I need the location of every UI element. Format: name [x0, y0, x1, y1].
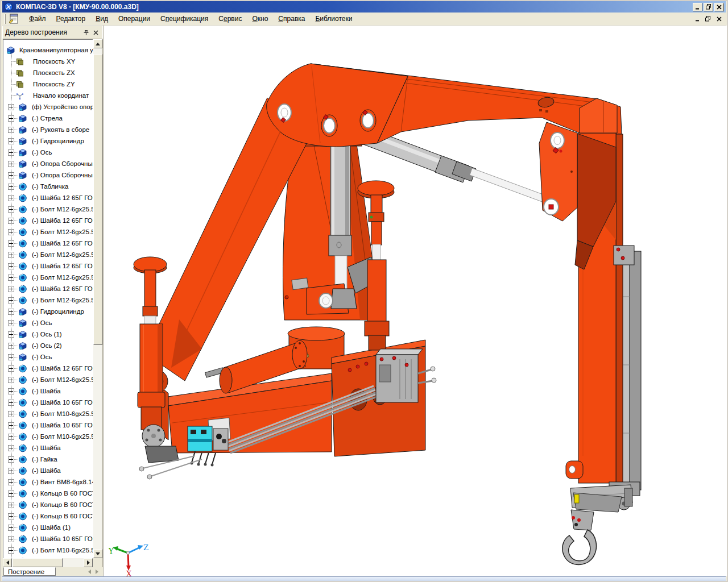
mdi-restore-button[interactable]: [704, 15, 713, 23]
mdi-minimize-button[interactable]: [693, 15, 702, 23]
expand-plus-icon[interactable]: [8, 490, 14, 497]
3d-viewport[interactable]: Y Z X: [103, 26, 728, 576]
tree-item[interactable]: (-) Гайка: [3, 454, 93, 465]
tree-item[interactable]: Плоскость ZX: [3, 67, 93, 78]
tree-item[interactable]: (-) Опора Сборочный: [3, 169, 93, 181]
expand-plus-icon[interactable]: [8, 172, 14, 178]
tree-item[interactable]: (-) Ось (2): [3, 340, 93, 351]
expand-plus-icon[interactable]: [8, 161, 14, 167]
menu-item-2[interactable]: Вид: [90, 13, 113, 24]
tab-prev-icon[interactable]: [88, 569, 91, 574]
tree-item[interactable]: (-) Болт М12-6gx25.5: [3, 374, 93, 385]
scroll-up-icon[interactable]: [93, 39, 102, 48]
tree-item[interactable]: (-) Шайба (1): [3, 522, 93, 533]
expand-plus-icon[interactable]: [8, 218, 14, 224]
expand-plus-icon[interactable]: [8, 149, 14, 156]
menu-item-1[interactable]: Редактор: [51, 13, 91, 24]
tree-item[interactable]: (-) Шайба: [3, 465, 93, 476]
expand-plus-icon[interactable]: [8, 445, 14, 451]
tree-item[interactable]: (-) Ось (1): [3, 329, 93, 340]
tree-item[interactable]: (-) Винт ВМ8-6gx8.14: [3, 476, 93, 488]
tree-item[interactable]: (-) Опора Сборочный: [3, 158, 93, 169]
tab-construction[interactable]: Построение: [3, 567, 56, 576]
expand-plus-icon[interactable]: [8, 422, 14, 429]
tree-item[interactable]: (-) Болт М12-6gx25.5: [3, 294, 93, 306]
expand-plus-icon[interactable]: [8, 309, 14, 315]
tree-item[interactable]: (-) Болт М12-6gx25.5: [3, 226, 93, 238]
tree-item[interactable]: (-) Шайба 10 65Г ГОС: [3, 419, 93, 431]
horizontal-scroll-thumb[interactable]: [13, 558, 63, 567]
crane-model[interactable]: Y Z X: [104, 26, 728, 576]
expand-plus-icon[interactable]: [8, 229, 14, 235]
expand-plus-icon[interactable]: [8, 138, 14, 144]
vertical-scroll-thumb[interactable]: [93, 54, 102, 345]
menu-item-6[interactable]: Окно: [247, 13, 273, 24]
tree-item[interactable]: (-) Гидроцилиндр: [3, 306, 93, 317]
expand-plus-icon[interactable]: [8, 354, 14, 360]
tree-item[interactable]: (-) Болт М12-6gx25.5: [3, 203, 93, 215]
expand-plus-icon[interactable]: [8, 468, 14, 474]
jib-arm-assembly[interactable]: [539, 98, 641, 496]
expand-plus-icon[interactable]: [8, 297, 14, 304]
tree-item[interactable]: (-) Гидроцилиндр: [3, 135, 93, 147]
tree-item[interactable]: (-) Кольцо В 60 ГОСТ: [3, 488, 93, 499]
expand-plus-icon[interactable]: [8, 263, 14, 269]
tree-item[interactable]: (-) Шайба 12 65Г ГОС: [3, 283, 93, 294]
tree-item[interactable]: (-) Ось: [3, 351, 93, 363]
expand-plus-icon[interactable]: [8, 320, 14, 326]
toolbar-grip[interactable]: [4, 14, 6, 24]
tree-item[interactable]: Начало координат: [3, 90, 93, 101]
expand-plus-icon[interactable]: [8, 115, 14, 122]
tree-item[interactable]: (-) Кольцо В 60 ГОСТ: [3, 510, 93, 522]
tree-item[interactable]: (-) Болт М10-6gx25.5: [3, 431, 93, 442]
tree-item[interactable]: (-) Ось: [3, 147, 93, 158]
expand-plus-icon[interactable]: [8, 513, 14, 519]
expand-plus-icon[interactable]: [8, 275, 14, 281]
expand-plus-icon[interactable]: [8, 547, 14, 554]
tree-item[interactable]: (-) Стрела: [3, 113, 93, 124]
tree-item[interactable]: (ф) Устройство опор: [3, 101, 93, 113]
expand-plus-icon[interactable]: [8, 377, 14, 383]
menu-item-8[interactable]: Библиотеки: [310, 13, 357, 24]
tree-item[interactable]: (-) Шайба: [3, 385, 93, 397]
expand-plus-icon[interactable]: [8, 206, 14, 213]
hook-block[interactable]: [562, 485, 632, 565]
expand-plus-icon[interactable]: [8, 104, 14, 110]
menu-item-4[interactable]: Спецификация: [155, 13, 213, 24]
pin-icon[interactable]: [82, 28, 90, 36]
expand-plus-icon[interactable]: [8, 184, 14, 190]
tree-item[interactable]: (-) Шайба 12 65Г ГОС: [3, 260, 93, 272]
menu-item-5[interactable]: Сервис: [213, 13, 247, 24]
tree-item[interactable]: (-) Болт М10-6gx25.5: [3, 544, 93, 556]
expand-plus-icon[interactable]: [8, 411, 14, 417]
expand-plus-icon[interactable]: [8, 479, 14, 485]
expand-plus-icon[interactable]: [8, 400, 14, 406]
expand-plus-icon[interactable]: [8, 434, 14, 440]
expand-plus-icon[interactable]: [8, 388, 14, 394]
tree-item[interactable]: (-) Шайба 10 65Г ГОС: [3, 397, 93, 408]
tree-item[interactable]: (-) Шайба: [3, 442, 93, 454]
tree-item[interactable]: (-) Шайба 12 65Г ГОС: [3, 238, 93, 249]
menu-item-0[interactable]: Файл: [24, 13, 51, 24]
tree-item[interactable]: (-) Болт М12-6gx25.5: [3, 272, 93, 283]
scroll-right-icon[interactable]: [84, 558, 93, 567]
tree-horizontal-scrollbar[interactable]: [3, 558, 93, 567]
tree-item[interactable]: (-) Болт М10-6gx25.5: [3, 408, 93, 419]
expand-plus-icon[interactable]: [8, 365, 14, 372]
tree-item[interactable]: (-) Шайба 10 65Г ГОС: [3, 533, 93, 544]
expand-plus-icon[interactable]: [8, 195, 14, 201]
tree-item[interactable]: Краноманипуляторная у: [3, 44, 93, 56]
tree-item[interactable]: (-) Шайба 12 65Г ГОС: [3, 363, 93, 374]
expand-plus-icon[interactable]: [8, 536, 14, 542]
scroll-left-icon[interactable]: [3, 558, 12, 567]
expand-plus-icon[interactable]: [8, 286, 14, 292]
scroll-down-icon[interactable]: [93, 549, 102, 558]
minimize-button[interactable]: [693, 3, 702, 11]
tree-vertical-scrollbar[interactable]: [93, 39, 102, 558]
tree-item[interactable]: (-) Шайба 12 65Г ГОС: [3, 192, 93, 203]
tree-item[interactable]: (-) Болт М12-6gx25.5: [3, 249, 93, 260]
tree-item[interactable]: (-) Рукоять в сборе: [3, 124, 93, 135]
tab-next-icon[interactable]: [96, 569, 98, 574]
expand-plus-icon[interactable]: [8, 331, 14, 338]
restore-button[interactable]: [704, 3, 713, 11]
